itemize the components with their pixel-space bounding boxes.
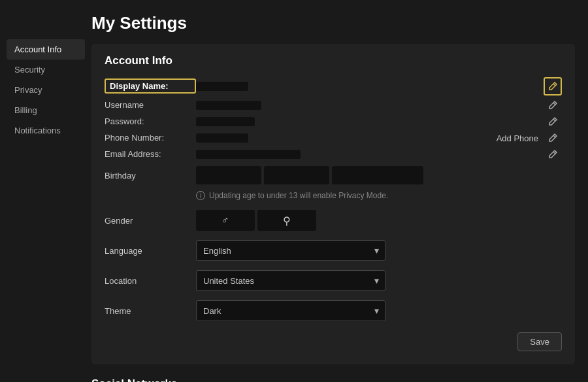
theme-select[interactable]: Dark Light xyxy=(196,300,385,321)
language-label: Language xyxy=(105,246,196,256)
theme-label: Theme xyxy=(105,306,196,316)
main-content: My Settings Account Info Display Name: U… xyxy=(85,13,588,382)
phone-value xyxy=(196,133,248,143)
gender-male-button[interactable]: ♂ xyxy=(196,210,255,231)
language-row: Language English Spanish French German P… xyxy=(105,235,562,266)
email-label: Email Address: xyxy=(105,149,196,159)
theme-row: Theme Dark Light xyxy=(105,296,562,326)
sidebar: Account Info Security Privacy Billing No… xyxy=(0,13,85,382)
username-edit-icon[interactable] xyxy=(544,96,562,114)
gender-buttons: ♂ ⚲ xyxy=(196,210,316,231)
female-symbol: ⚲ xyxy=(283,215,291,227)
username-value xyxy=(196,101,261,110)
password-row: Password: xyxy=(105,113,562,130)
gender-row: Gender ♂ ⚲ xyxy=(105,205,562,235)
male-symbol: ♂ xyxy=(221,215,229,226)
phone-edit-icon[interactable] xyxy=(544,129,562,147)
location-select[interactable]: United States United Kingdom Canada Aust… xyxy=(196,270,385,291)
page-title: My Settings xyxy=(91,13,575,33)
birthday-month[interactable] xyxy=(196,166,261,184)
social-networks-section: Social Networks Facebook Twitter YouTube xyxy=(91,377,575,382)
sidebar-item-account-info[interactable]: Account Info xyxy=(7,39,85,60)
location-label: Location xyxy=(105,276,196,286)
email-value xyxy=(196,150,301,159)
gender-female-button[interactable]: ⚲ xyxy=(257,210,316,231)
phone-number-row: Phone Number: Add Phone xyxy=(105,130,562,146)
language-select[interactable]: English Spanish French German Portuguese xyxy=(196,240,385,261)
birthday-inputs xyxy=(196,166,423,184)
account-info-section: Account Info Display Name: Username xyxy=(91,44,575,364)
birthday-day[interactable] xyxy=(264,166,329,184)
save-row: Save xyxy=(105,326,562,354)
location-select-wrapper: United States United Kingdom Canada Aust… xyxy=(196,270,385,291)
sidebar-item-notifications[interactable]: Notifications xyxy=(7,120,85,141)
social-networks-title: Social Networks xyxy=(91,377,575,382)
add-phone-label: Add Phone xyxy=(497,133,538,143)
birthday-label: Birthday xyxy=(105,171,196,181)
sidebar-item-security[interactable]: Security xyxy=(7,60,85,80)
gender-label: Gender xyxy=(105,216,196,226)
password-label: Password: xyxy=(105,116,196,126)
display-name-label: Display Name: xyxy=(105,78,196,94)
display-name-edit-icon[interactable] xyxy=(544,77,562,95)
password-edit-icon[interactable] xyxy=(544,113,562,131)
location-row: Location United States United Kingdom Ca… xyxy=(105,266,562,296)
birthday-year[interactable] xyxy=(332,166,423,184)
birthday-row: Birthday xyxy=(105,162,562,188)
display-name-value xyxy=(196,82,248,91)
save-button[interactable]: Save xyxy=(517,332,562,351)
username-label: Username xyxy=(105,100,196,110)
privacy-note: i Updating age to under 13 will enable P… xyxy=(105,188,562,205)
email-edit-icon[interactable] xyxy=(544,145,562,164)
info-icon: i xyxy=(196,191,205,200)
language-select-wrapper: English Spanish French German Portuguese xyxy=(196,240,385,261)
username-row: Username xyxy=(105,97,562,113)
sidebar-item-billing[interactable]: Billing xyxy=(7,100,85,120)
account-info-title: Account Info xyxy=(105,54,562,67)
phone-label: Phone Number: xyxy=(105,133,196,143)
password-value xyxy=(196,117,255,126)
email-row: Email Address: xyxy=(105,146,562,162)
theme-select-wrapper: Dark Light xyxy=(196,300,385,321)
sidebar-item-privacy[interactable]: Privacy xyxy=(7,80,85,100)
privacy-note-text: Updating age to under 13 will enable Pri… xyxy=(209,191,388,200)
display-name-row: Display Name: xyxy=(105,75,562,97)
